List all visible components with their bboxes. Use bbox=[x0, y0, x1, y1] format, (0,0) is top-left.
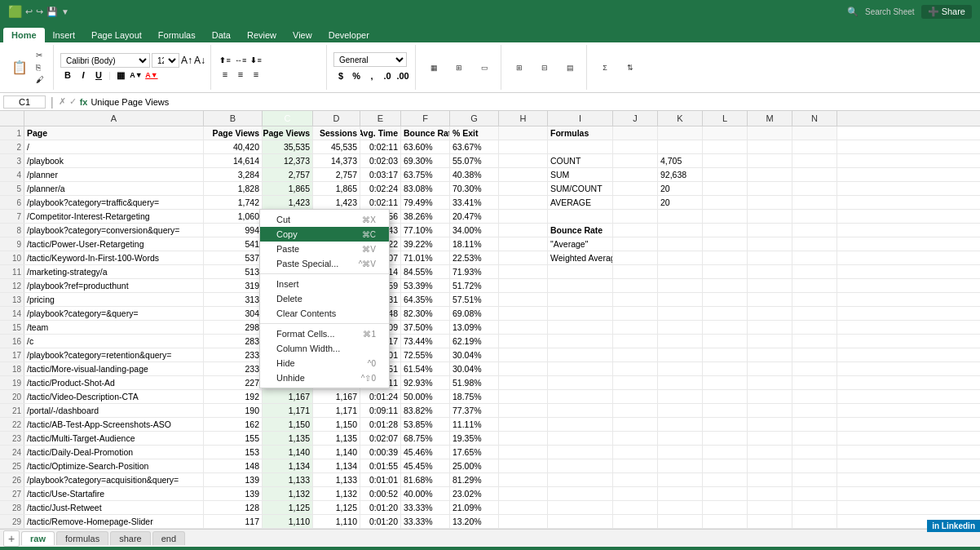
cell[interactable] bbox=[548, 140, 613, 153]
cell[interactable] bbox=[499, 473, 548, 486]
cell[interactable] bbox=[703, 168, 748, 181]
cell[interactable]: 541 bbox=[204, 237, 263, 251]
cell[interactable] bbox=[613, 293, 658, 306]
cell[interactable] bbox=[748, 335, 792, 348]
cell[interactable]: /playbook?category=&query= bbox=[24, 307, 204, 320]
cell[interactable]: 30.04% bbox=[450, 362, 499, 375]
cell[interactable] bbox=[613, 140, 658, 153]
col-header-m[interactable]: M bbox=[748, 111, 792, 126]
cell[interactable]: 1,133 bbox=[313, 473, 360, 486]
cell[interactable]: /tactic/Video-Description-CTA bbox=[24, 390, 204, 403]
cell[interactable]: 1,423 bbox=[313, 196, 360, 209]
cell[interactable] bbox=[548, 307, 613, 320]
context-menu-item[interactable]: Format Cells...⌘1 bbox=[260, 326, 389, 341]
cell[interactable]: 13.20% bbox=[450, 515, 499, 528]
cell[interactable] bbox=[703, 307, 748, 320]
cell[interactable] bbox=[613, 224, 658, 237]
cell[interactable]: /tactic/Use-Startafire bbox=[24, 487, 204, 500]
cell[interactable] bbox=[792, 335, 837, 348]
cell[interactable] bbox=[703, 265, 748, 278]
cell[interactable] bbox=[792, 418, 837, 431]
cell[interactable]: 25.00% bbox=[450, 459, 499, 472]
cell[interactable] bbox=[748, 251, 792, 264]
cell[interactable]: 227 bbox=[204, 376, 263, 389]
currency-button[interactable]: $ bbox=[333, 69, 348, 82]
cell[interactable] bbox=[703, 335, 748, 348]
cell[interactable]: /playbook?category=acquisition&query= bbox=[24, 473, 204, 486]
cell[interactable]: 19.35% bbox=[450, 432, 499, 445]
cell[interactable] bbox=[658, 390, 703, 403]
cell[interactable]: /tactic/Just-Retweet bbox=[24, 501, 204, 514]
sheet-tab-raw[interactable]: raw bbox=[21, 531, 55, 545]
cell[interactable]: 63.60% bbox=[401, 140, 450, 153]
cell[interactable]: 1,742 bbox=[204, 196, 263, 209]
cut-button[interactable]: ✂ bbox=[33, 50, 48, 60]
cell[interactable]: 83.82% bbox=[401, 404, 450, 417]
cell[interactable]: 84.55% bbox=[401, 265, 450, 278]
cell[interactable]: SUM/COUNT bbox=[548, 182, 613, 195]
cell[interactable]: 233 bbox=[204, 362, 263, 375]
cell[interactable]: Unique Page Views bbox=[263, 126, 313, 140]
underline-button[interactable]: U bbox=[91, 69, 106, 82]
cell[interactable] bbox=[792, 265, 837, 278]
cell[interactable] bbox=[792, 279, 837, 292]
cell[interactable]: 50.00% bbox=[401, 390, 450, 403]
tab-page-layout[interactable]: Page Layout bbox=[83, 28, 150, 42]
cell[interactable]: /playbook?category=conversion&query= bbox=[24, 224, 204, 237]
cell[interactable]: 34.00% bbox=[450, 224, 499, 237]
cell[interactable]: 1,134 bbox=[313, 459, 360, 472]
cell[interactable] bbox=[792, 348, 837, 361]
cell[interactable] bbox=[499, 182, 548, 195]
cell[interactable]: 1,828 bbox=[204, 182, 263, 195]
cell[interactable]: 0:01:55 bbox=[360, 459, 401, 472]
cell[interactable]: 45.45% bbox=[401, 459, 450, 472]
cell[interactable] bbox=[658, 348, 703, 361]
font-size-select[interactable]: 12 bbox=[152, 53, 179, 68]
cell[interactable]: 1,133 bbox=[263, 473, 313, 486]
context-menu-item[interactable]: Delete bbox=[260, 291, 389, 306]
cell[interactable]: 40.00% bbox=[401, 487, 450, 500]
cell[interactable]: 1,140 bbox=[313, 446, 360, 459]
cell[interactable]: 0:03:17 bbox=[360, 168, 401, 181]
context-menu-item[interactable]: Hide^0 bbox=[260, 356, 389, 370]
cell[interactable] bbox=[499, 224, 548, 237]
col-header-f[interactable]: F bbox=[401, 111, 450, 126]
cell[interactable] bbox=[499, 126, 548, 140]
cell[interactable] bbox=[658, 473, 703, 486]
cell[interactable] bbox=[658, 362, 703, 375]
cell[interactable] bbox=[792, 390, 837, 403]
cell[interactable] bbox=[748, 362, 792, 375]
cell[interactable]: "Average" bbox=[548, 237, 613, 251]
cell[interactable] bbox=[792, 307, 837, 320]
cell[interactable]: 45,535 bbox=[313, 140, 360, 153]
cell[interactable] bbox=[613, 182, 658, 195]
cell[interactable]: 0:00:39 bbox=[360, 446, 401, 459]
decrease-font-button[interactable]: A↓ bbox=[194, 55, 205, 66]
font-name-select[interactable]: Calibri (Body) bbox=[60, 53, 150, 68]
cell[interactable] bbox=[548, 210, 613, 223]
cell[interactable] bbox=[548, 279, 613, 292]
cell[interactable] bbox=[748, 446, 792, 459]
cell[interactable] bbox=[748, 390, 792, 403]
redo-icon[interactable]: ↪ bbox=[36, 7, 43, 17]
cell[interactable]: /tactic/Remove-Homepage-Slider bbox=[24, 515, 204, 528]
tab-view[interactable]: View bbox=[285, 28, 320, 42]
cell[interactable]: /playbook bbox=[24, 154, 204, 167]
cell[interactable] bbox=[703, 196, 748, 209]
cell[interactable]: 1,150 bbox=[263, 418, 313, 431]
cell[interactable]: 0:01:24 bbox=[360, 390, 401, 403]
cell[interactable]: 63.75% bbox=[401, 168, 450, 181]
cell[interactable]: 71.93% bbox=[450, 265, 499, 278]
cell[interactable] bbox=[748, 279, 792, 292]
cell[interactable] bbox=[499, 335, 548, 348]
cell[interactable]: 72.55% bbox=[401, 348, 450, 361]
cell[interactable] bbox=[658, 335, 703, 348]
cell[interactable] bbox=[658, 487, 703, 500]
cell[interactable] bbox=[703, 210, 748, 223]
cell[interactable]: /tactic/Keyword-In-First-100-Words bbox=[24, 251, 204, 264]
align-bottom-button[interactable]: ⬇≡ bbox=[249, 54, 263, 67]
insert-cells-button[interactable]: ⊞ bbox=[508, 62, 531, 73]
context-menu-item[interactable]: Clear Contents bbox=[260, 306, 389, 321]
align-left-button[interactable]: ≡ bbox=[218, 68, 232, 81]
merge-button[interactable] bbox=[264, 68, 321, 81]
